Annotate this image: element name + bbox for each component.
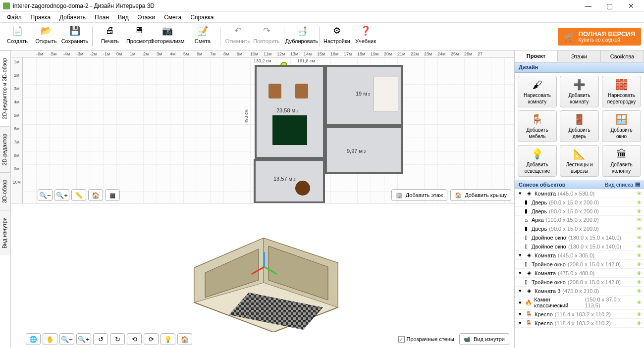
plan-add-button[interactable]: 🏠Добавить крышу — [450, 189, 511, 201]
visibility-icon[interactable]: 👁 — [637, 217, 642, 223]
plan-tool-button[interactable]: 📏 — [71, 189, 86, 201]
preview-tool-button[interactable]: 💡 — [161, 333, 175, 345]
view-tab-0[interactable]: 2D-редактор и 3D-обзор — [0, 50, 10, 126]
preview-tool-button[interactable]: ↺ — [93, 333, 108, 345]
expand-icon[interactable]: ▾ — [517, 320, 524, 326]
minimize-button[interactable]: — — [578, 0, 598, 12]
object-row[interactable]: ▾🪑Кресло (118.4 x 103.2 x 110.2)👁 — [515, 310, 644, 319]
visibility-icon[interactable]: 👁 — [637, 208, 642, 214]
visibility-icon[interactable]: 👁 — [637, 191, 642, 197]
room-2[interactable]: 19 м2 — [325, 65, 403, 126]
visibility-icon[interactable]: 👁 — [637, 299, 642, 305]
view-tab-3[interactable]: Вид изнутри — [0, 210, 10, 255]
right-tab-Проект[interactable]: Проект — [515, 50, 558, 62]
buy-full-version-button[interactable]: 🛒 ПОЛНАЯ ВЕРСИЯ Купить со скидкой — [558, 28, 641, 46]
preview-tool-button[interactable]: ↻ — [110, 333, 125, 345]
toolbar-учебник[interactable]: ❓Учебник — [351, 24, 380, 49]
visibility-icon[interactable]: 👁 — [637, 279, 642, 285]
object-row[interactable]: ▯Двойное окно (130.0 x 15.0 x 140.0)👁 — [515, 233, 644, 242]
preview-tool-button[interactable]: 🔍+ — [76, 333, 91, 345]
inside-view-button[interactable]: 📹 Вид изнутри — [459, 333, 509, 345]
visibility-icon[interactable]: 👁 — [637, 226, 642, 232]
preview-tool-button[interactable]: 🔍− — [59, 333, 74, 345]
menu-правка[interactable]: Правка — [27, 13, 55, 22]
plan-tool-button[interactable]: 🏠 — [88, 189, 103, 201]
design-вырезы[interactable]: 📐Лестницы ивырезы — [560, 145, 599, 177]
design-комнату[interactable]: ➕Добавитькомнату — [560, 76, 599, 107]
preview-3d-view[interactable]: 🌐✋🔍−🔍+↺↻⟲⟳💡🏠 ✓Прозрачные стены 📹 Вид изн… — [11, 203, 514, 348]
toolbar-просмотр[interactable]: 🖥Просмотр — [124, 24, 153, 49]
object-row[interactable]: ▾◈Комната (475.0 x 400.0)👁 — [515, 269, 644, 278]
menu-план[interactable]: План — [91, 13, 113, 22]
plan-tool-button[interactable]: 🔍+ — [54, 189, 69, 201]
plan-canvas[interactable]: 133,2 см 161,8 см 493 см 23,58 м2 19 м2 — [23, 57, 514, 203]
visibility-icon[interactable]: 👁 — [637, 288, 642, 294]
design-окно[interactable]: 🪟Добавитьокно — [602, 110, 641, 142]
design-освещение[interactable]: 💡Добавитьосвещение — [518, 145, 557, 177]
visibility-icon[interactable]: 👁 — [637, 270, 642, 276]
object-row[interactable]: ▮Дверь (90.0 x 15.0 x 200.0)👁 — [515, 224, 644, 233]
menu-вид[interactable]: Вид — [114, 13, 133, 22]
expand-icon[interactable]: ▾ — [517, 311, 524, 317]
object-row[interactable]: ▾🪑Кресло (118.4 x 103.2 x 110.2)👁 — [515, 319, 644, 328]
view-mode-label[interactable]: Вид списка — [605, 182, 633, 188]
object-row[interactable]: ⌂Арка (100.0 x 15.0 x 200.0)👁 — [515, 216, 644, 224]
toolbar-смета[interactable]: 📝Смета — [188, 24, 217, 49]
object-row[interactable]: ▯Тройное окно (208.0 x 15.0 x 142.0)👁 — [515, 260, 644, 269]
object-row[interactable]: ▯Двойное окно (130.0 x 15.0 x 140.0)👁 — [515, 242, 644, 251]
menu-этажи[interactable]: Этажи — [134, 13, 159, 22]
transparent-walls-checkbox[interactable]: ✓Прозрачные стены — [398, 336, 454, 343]
expand-icon[interactable]: ▾ — [517, 270, 524, 276]
visibility-icon[interactable]: 👁 — [637, 311, 642, 317]
plan-tool-button[interactable]: 🔍− — [38, 189, 53, 201]
object-row[interactable]: ▯Тройное окно (208.0 x 15.0 x 142.0)👁 — [515, 278, 644, 287]
object-row[interactable]: ▮Дверь (80.0 x 15.0 x 200.0)👁 — [515, 207, 644, 216]
menu-добавить[interactable]: Добавить — [55, 13, 90, 22]
plan-tool-button[interactable]: ▦ — [105, 189, 120, 201]
expand-icon[interactable]: ▾ — [517, 288, 524, 294]
menu-файл[interactable]: Файл — [3, 13, 26, 22]
right-tab-Этажи[interactable]: Этажи — [558, 50, 601, 62]
object-row[interactable]: ▾◈Комната (445.0 x 530.0)👁 — [515, 189, 644, 198]
preview-tool-button[interactable]: 🌐 — [26, 333, 41, 345]
toolbar-создать[interactable]: 📄Создать — [3, 24, 32, 49]
view-tab-2[interactable]: 3D-обзор — [0, 172, 10, 210]
room-4[interactable]: 13,57 м2 — [254, 159, 325, 203]
object-row[interactable]: ▾🔥Камин классический (150.0 x 37.0 x 113… — [515, 296, 644, 310]
room-3[interactable]: 9,97 м2 — [325, 126, 403, 174]
visibility-icon[interactable]: 👁 — [637, 261, 642, 267]
plan-add-button[interactable]: 🏢Добавить этаж — [391, 189, 447, 201]
preview-tool-button[interactable]: 🏠 — [177, 333, 192, 345]
menu-справка[interactable]: Справка — [186, 13, 217, 22]
design-дверь[interactable]: 🚪Добавитьдверь — [560, 110, 599, 142]
design-перегородку[interactable]: 🧱Нарисоватьперегородку — [602, 76, 641, 107]
view-tab-1[interactable]: 2D-редактор — [0, 126, 10, 172]
object-row[interactable]: ▾◈Комната 3 (475.0 x 210.0)👁 — [515, 287, 644, 296]
visibility-icon[interactable]: 👁 — [637, 235, 642, 241]
design-мебель[interactable]: 🪑Добавитьмебель — [518, 110, 557, 142]
toolbar-настройки[interactable]: ⚙Настройки — [322, 24, 351, 49]
object-list[interactable]: ▾◈Комната (445.0 x 530.0)👁▮Дверь (90.0 x… — [515, 189, 644, 348]
preview-tool-button[interactable]: ⟳ — [144, 333, 159, 345]
visibility-icon[interactable]: 👁 — [637, 199, 642, 205]
object-row[interactable]: ▾◈Комната (445.0 x 305.0)👁 — [515, 251, 644, 260]
preview-tool-button[interactable]: ⟲ — [127, 333, 142, 345]
room-1[interactable]: 23,58 м2 — [255, 65, 325, 159]
preview-tool-button[interactable]: ✋ — [43, 333, 57, 345]
toolbar-фотореализм[interactable]: 📷Фотореализм — [153, 24, 182, 49]
design-колонну[interactable]: 🏛Добавитьколонну — [602, 145, 641, 177]
object-row[interactable]: ▮Дверь (90.0 x 15.0 x 200.0)👁 — [515, 198, 644, 207]
expand-icon[interactable]: ▾ — [517, 190, 524, 197]
maximize-button[interactable]: ▢ — [600, 0, 620, 12]
menu-смета[interactable]: Смета — [160, 13, 185, 22]
toolbar-открыть[interactable]: 📂Открыть — [32, 24, 60, 49]
design-комнату[interactable]: 🖌Нарисоватькомнату — [518, 76, 557, 107]
visibility-icon[interactable]: 👁 — [637, 244, 642, 249]
toolbar-сохранить[interactable]: 💾Сохранить — [60, 24, 89, 49]
visibility-icon[interactable]: 👁 — [637, 320, 642, 326]
plan-2d-view[interactable]: 1м2м3м4м5м6м7м8м9м10м 133,2 см 161,8 см … — [11, 57, 514, 203]
expand-icon[interactable]: ▾ — [517, 252, 524, 258]
close-button[interactable]: ✕ — [621, 0, 641, 12]
toolbar-дублировать[interactable]: 📑Дублировать — [287, 24, 316, 49]
right-tab-Свойства[interactable]: Свойства — [601, 50, 644, 62]
